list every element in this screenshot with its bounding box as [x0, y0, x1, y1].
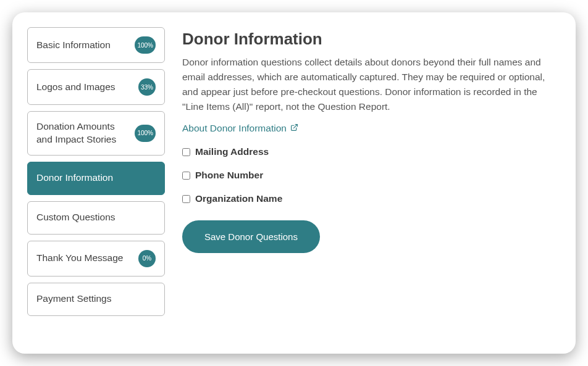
help-link-text: About Donor Information: [182, 123, 287, 134]
external-link-icon: [290, 123, 298, 134]
sidebar-item-basic-information[interactable]: Basic Information 100%: [27, 27, 165, 63]
svg-line-0: [293, 125, 297, 128]
sidebar-item-custom-questions[interactable]: Custom Questions: [27, 201, 165, 235]
sidebar-item-thank-you-message[interactable]: Thank You Message 0%: [27, 241, 165, 277]
sidebar-item-label: Thank You Message: [36, 252, 123, 265]
phone-number-checkbox[interactable]: [182, 172, 190, 180]
sidebar-item-label: Logos and Images: [36, 81, 116, 94]
checkbox-row-mailing-address: Mailing Address: [182, 146, 558, 157]
sidebar-item-label: Donor Information: [36, 172, 113, 185]
sidebar-item-label: Basic Information: [36, 39, 111, 52]
sidebar-item-logos-and-images[interactable]: Logos and Images 33%: [27, 69, 165, 105]
checkbox-row-organization-name: Organization Name: [182, 193, 558, 204]
sidebar-item-donation-amounts[interactable]: Donation Amounts and Impact Stories 100%: [27, 111, 165, 156]
sidebar-item-label: Custom Questions: [36, 211, 116, 224]
sidebar-item-payment-settings[interactable]: Payment Settings: [27, 283, 165, 316]
checkbox-label: Organization Name: [195, 193, 282, 204]
progress-badge: 0%: [138, 250, 156, 267]
checkbox-label: Mailing Address: [195, 146, 269, 157]
checkbox-label: Phone Number: [195, 170, 263, 181]
mailing-address-checkbox[interactable]: [182, 148, 190, 156]
sidebar-item-donor-information[interactable]: Donor Information: [27, 162, 165, 195]
sidebar-item-label: Donation Amounts and Impact Stories: [36, 120, 130, 146]
about-donor-information-link[interactable]: About Donor Information: [182, 123, 298, 134]
progress-badge: 33%: [138, 78, 156, 96]
settings-panel: Basic Information 100% Logos and Images …: [12, 12, 576, 354]
sidebar: Basic Information 100% Logos and Images …: [27, 27, 165, 339]
save-donor-questions-button[interactable]: Save Donor Questions: [182, 220, 320, 253]
progress-badge: 100%: [135, 125, 156, 142]
organization-name-checkbox[interactable]: [182, 195, 190, 203]
sidebar-item-label: Payment Settings: [36, 293, 111, 306]
main-content: Donor Information Donor information ques…: [165, 27, 558, 339]
page-title: Donor Information: [182, 30, 558, 49]
progress-badge: 100%: [135, 36, 156, 54]
checkbox-row-phone-number: Phone Number: [182, 170, 558, 181]
page-description: Donor information questions collect deta…: [182, 55, 558, 114]
